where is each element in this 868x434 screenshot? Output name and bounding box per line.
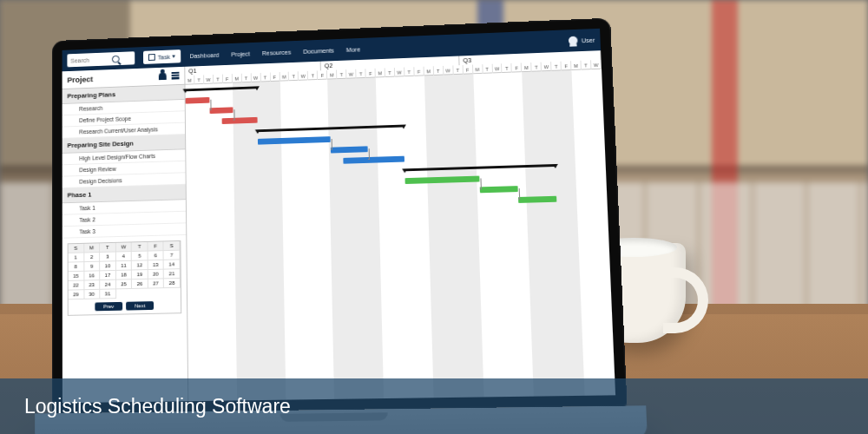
cal-day[interactable]: 6 [148, 251, 164, 260]
search-box[interactable] [67, 51, 135, 67]
cal-day[interactable]: 12 [132, 260, 148, 270]
dependency-link [233, 109, 235, 121]
dependency-link [209, 100, 211, 110]
cal-day[interactable]: 18 [116, 270, 133, 279]
cal-prev-button[interactable]: Prev [95, 302, 122, 311]
cal-day[interactable]: 30 [84, 290, 100, 299]
cal-day[interactable]: 28 [164, 279, 181, 288]
gantt-bar[interactable] [221, 117, 258, 124]
mini-calendar[interactable]: SMTWTFS123456789101112131415161718192021… [68, 240, 182, 316]
cal-day[interactable]: 19 [132, 270, 148, 279]
list-icon[interactable] [172, 72, 180, 80]
day-letter: W [492, 63, 503, 73]
cal-day[interactable]: 23 [84, 280, 100, 290]
cal-dow: S [69, 244, 84, 253]
cal-day[interactable]: 17 [100, 271, 115, 280]
day-letter: T [194, 75, 204, 84]
cal-dow: S [164, 241, 181, 251]
laptop: Task ▾ Dashboard Project Resources Docum… [52, 18, 628, 434]
task-item[interactable]: Task 3 [62, 223, 187, 238]
day-letter: M [473, 64, 483, 74]
cal-day[interactable]: 3 [100, 253, 115, 262]
day-letter: T [551, 62, 562, 71]
day-letter: M [522, 62, 532, 72]
day-letter: F [414, 67, 424, 76]
day-letter: T [385, 68, 395, 77]
menu-documents[interactable]: Documents [303, 47, 334, 54]
search-icon[interactable] [112, 55, 120, 62]
menu-dashboard[interactable]: Dashboard [189, 52, 219, 59]
summary-bar[interactable] [405, 164, 556, 171]
dependency-link [518, 188, 521, 200]
cal-day[interactable]: 27 [148, 279, 165, 288]
menu-resources[interactable]: Resources [262, 49, 292, 56]
summary-bar[interactable] [258, 125, 404, 133]
gantt-bar[interactable] [258, 136, 331, 145]
cal-day[interactable]: 9 [84, 262, 100, 272]
cal-day[interactable]: 20 [148, 270, 165, 279]
day-letter: T [404, 67, 414, 76]
person-icon[interactable] [159, 72, 167, 80]
cal-dow: M [84, 243, 100, 253]
gantt-bar[interactable] [343, 156, 404, 164]
day-letter: T [532, 62, 542, 72]
cal-day[interactable]: 8 [69, 262, 84, 272]
day-letter: M [571, 61, 582, 70]
summary-bar[interactable] [186, 86, 258, 91]
gantt-bar[interactable] [405, 176, 480, 184]
chevron-down-icon: ▾ [173, 53, 176, 60]
day-letter: T [356, 69, 365, 78]
task-icon [148, 54, 155, 61]
day-letter: F [318, 70, 327, 80]
gantt-bar[interactable] [518, 196, 556, 203]
day-letter: M [279, 72, 289, 82]
day-letter: T [337, 69, 346, 79]
day-letter: W [204, 75, 214, 84]
user-menu[interactable]: User [569, 36, 595, 45]
day-letter: T [214, 75, 223, 84]
dependency-link [331, 139, 332, 150]
cal-day[interactable]: 14 [164, 260, 181, 269]
menu-project[interactable]: Project [231, 50, 250, 57]
cal-day[interactable]: 21 [164, 269, 181, 279]
cal-dow: W [116, 242, 132, 252]
search-input[interactable] [70, 56, 109, 63]
gantt-bar[interactable] [209, 107, 233, 114]
day-letter: T [483, 64, 493, 74]
day-letter: T [502, 63, 512, 73]
cal-day[interactable]: 4 [116, 252, 132, 261]
task-dropdown[interactable]: Task ▾ [143, 49, 181, 64]
cal-day[interactable]: 11 [116, 261, 132, 271]
gantt-body[interactable] [185, 69, 615, 402]
cal-day[interactable]: 13 [148, 260, 165, 270]
cal-day[interactable]: 5 [132, 252, 148, 261]
gantt-bar[interactable] [480, 186, 518, 193]
dependency-link [367, 148, 369, 160]
gantt-bar[interactable] [186, 97, 210, 104]
day-letter: W [299, 71, 308, 81]
cal-day[interactable]: 7 [164, 251, 181, 260]
cal-day[interactable]: 25 [116, 279, 133, 289]
cal-day[interactable]: 16 [84, 271, 100, 280]
menu-more[interactable]: More [346, 46, 360, 52]
image-caption-banner: Logistics Scheduling Software [0, 378, 868, 434]
cal-day[interactable]: 2 [84, 253, 100, 262]
day-letter: W [444, 65, 454, 75]
day-letter: T [260, 72, 270, 82]
cal-day[interactable]: 10 [100, 261, 115, 271]
cal-next-button[interactable]: Next [126, 301, 154, 310]
day-letter: F [366, 69, 376, 78]
cal-day[interactable]: 1 [69, 253, 84, 262]
cal-day[interactable]: 31 [100, 289, 115, 299]
day-letter: W [346, 69, 356, 79]
cal-day[interactable]: 24 [100, 280, 115, 290]
day-letter: T [582, 60, 592, 69]
cal-day[interactable]: 29 [69, 290, 84, 299]
gantt-chart[interactable]: Q1Q2Q3 MTWTFMTWTFMTWTFMTWTFMTWTFMTWTFMTW… [185, 50, 615, 401]
gantt-bar[interactable] [331, 146, 367, 153]
cal-day[interactable]: 22 [69, 280, 84, 290]
cal-day[interactable]: 26 [132, 279, 148, 289]
day-letter: T [434, 66, 444, 76]
cal-day[interactable]: 15 [69, 272, 84, 281]
day-letter: T [453, 65, 464, 75]
